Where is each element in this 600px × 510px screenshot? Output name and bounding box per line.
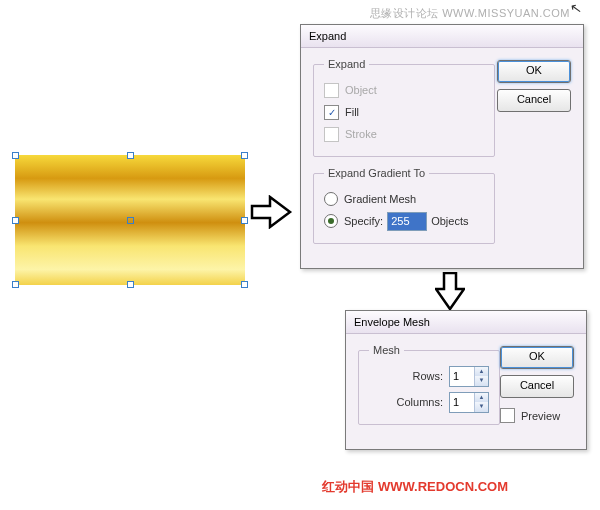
resize-handle[interactable] bbox=[241, 217, 248, 224]
expand-dialog: Expand Expand Object ✓ Fill Stroke Expan… bbox=[300, 24, 584, 269]
watermark-top: 思缘设计论坛 WWW.MISSYUAN.COM bbox=[370, 6, 570, 21]
cancel-button[interactable]: Cancel bbox=[500, 375, 574, 398]
dialog-title: Envelope Mesh bbox=[346, 311, 586, 334]
expand-group: Expand Object ✓ Fill Stroke bbox=[313, 58, 495, 157]
rows-label: Rows: bbox=[412, 370, 443, 382]
dialog-title: Expand bbox=[301, 25, 583, 48]
columns-label: Columns: bbox=[397, 396, 443, 408]
columns-input[interactable]: 1 ▲▼ bbox=[449, 392, 489, 413]
resize-handle[interactable] bbox=[127, 281, 134, 288]
stroke-checkbox bbox=[324, 127, 339, 142]
envelope-mesh-dialog: Envelope Mesh Mesh Rows: 1 ▲▼ Columns: 1… bbox=[345, 310, 587, 450]
resize-handle[interactable] bbox=[12, 217, 19, 224]
selected-rectangle[interactable] bbox=[15, 155, 245, 285]
rows-input[interactable]: 1 ▲▼ bbox=[449, 366, 489, 387]
ok-button[interactable]: OK bbox=[500, 346, 574, 369]
cancel-button[interactable]: Cancel bbox=[497, 89, 571, 112]
cursor-icon: ↖ bbox=[569, 0, 584, 17]
specify-radio[interactable] bbox=[324, 214, 338, 228]
specify-suffix: Objects bbox=[431, 215, 468, 227]
gradient-mesh-radio[interactable] bbox=[324, 192, 338, 206]
fill-checkbox[interactable]: ✓ bbox=[324, 105, 339, 120]
resize-handle[interactable] bbox=[241, 281, 248, 288]
resize-handle[interactable] bbox=[127, 152, 134, 159]
resize-handle[interactable] bbox=[12, 152, 19, 159]
specify-label: Specify: bbox=[344, 215, 383, 227]
preview-label: Preview bbox=[521, 410, 560, 422]
step-down-icon[interactable]: ▼ bbox=[475, 402, 488, 412]
gradient-mesh-label: Gradient Mesh bbox=[344, 193, 416, 205]
arrow-down-icon bbox=[435, 272, 465, 312]
specify-input[interactable]: 255 bbox=[387, 212, 427, 231]
gradient-legend: Expand Gradient To bbox=[324, 167, 429, 179]
step-down-icon[interactable]: ▼ bbox=[475, 376, 488, 386]
ok-button[interactable]: OK bbox=[497, 60, 571, 83]
object-checkbox bbox=[324, 83, 339, 98]
resize-handle[interactable] bbox=[12, 281, 19, 288]
center-handle[interactable] bbox=[127, 217, 134, 224]
preview-checkbox[interactable] bbox=[500, 408, 515, 423]
step-up-icon[interactable]: ▲ bbox=[475, 367, 488, 377]
arrow-right-icon bbox=[250, 195, 294, 229]
expand-legend: Expand bbox=[324, 58, 369, 70]
fill-label: Fill bbox=[345, 106, 359, 118]
mesh-legend: Mesh bbox=[369, 344, 404, 356]
object-label: Object bbox=[345, 84, 377, 96]
mesh-group: Mesh Rows: 1 ▲▼ Columns: 1 ▲▼ bbox=[358, 344, 500, 425]
step-up-icon[interactable]: ▲ bbox=[475, 393, 488, 403]
stroke-label: Stroke bbox=[345, 128, 377, 140]
watermark-bottom: 红动中国 WWW.REDOCN.COM bbox=[322, 478, 508, 496]
resize-handle[interactable] bbox=[241, 152, 248, 159]
gradient-group: Expand Gradient To Gradient Mesh Specify… bbox=[313, 167, 495, 244]
